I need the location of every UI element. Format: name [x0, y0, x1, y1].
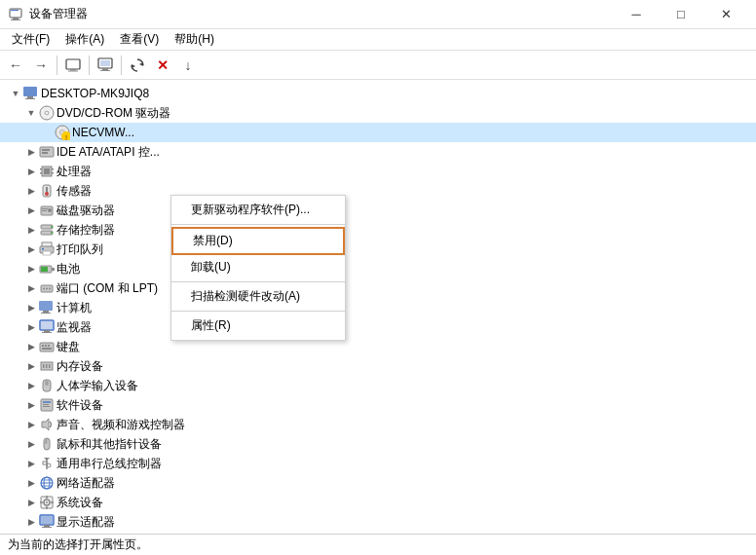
sound-toggle-icon[interactable]: ▶ [23, 417, 39, 432]
tree-battery[interactable]: ▶ 电池 [0, 259, 756, 278]
mouse-label: 鼠标和其他指针设备 [57, 436, 166, 453]
status-bar: 为当前的选择打开属性页。 [0, 534, 756, 555]
svg-rect-54 [39, 301, 53, 311]
tree-mouse[interactable]: ▶ 鼠标和其他指针设备 [0, 434, 756, 454]
delete-button[interactable]: ✕ [151, 54, 174, 77]
svg-point-18 [46, 112, 48, 114]
svg-rect-2 [11, 19, 20, 20]
maximize-button[interactable]: □ [659, 0, 703, 29]
tree-keyboard[interactable]: ▶ 键盘 [0, 337, 756, 356]
monitor-button[interactable] [94, 54, 117, 77]
storage-toggle-icon[interactable]: ▶ [23, 222, 39, 238]
tree-storage[interactable]: ▶ 存储控制器 [0, 220, 756, 240]
svg-rect-46 [42, 248, 44, 250]
battery-label: 电池 [57, 261, 84, 278]
svg-rect-15 [25, 98, 35, 99]
svg-rect-56 [41, 313, 51, 314]
dvd-toggle-icon[interactable]: ▼ [23, 105, 39, 121]
mouse-toggle-icon[interactable]: ▶ [23, 436, 39, 452]
sensor-label: 传感器 [57, 183, 95, 200]
print-toggle-icon[interactable]: ▶ [23, 241, 39, 257]
svg-rect-10 [100, 60, 110, 66]
toolbar-sep-2 [89, 56, 90, 75]
tree-root[interactable]: ▼ DESKTOP-MK9JIQ8 [0, 84, 756, 103]
ctx-uninstall[interactable]: 卸载(U) [171, 255, 345, 279]
svg-rect-8 [102, 68, 108, 70]
svg-rect-96 [42, 527, 52, 528]
tree-ide[interactable]: ▶ IDE ATA/ATAPI 控... [0, 142, 756, 162]
display-toggle-icon[interactable]: ▶ [23, 514, 39, 530]
port-toggle-icon[interactable]: ▶ [23, 280, 39, 296]
refresh-button[interactable] [126, 54, 149, 77]
tree-dvd-category[interactable]: ▼ DVD/CD-ROM 驱动器 [0, 103, 756, 123]
hid-label: 人体学输入设备 [57, 378, 142, 394]
monitor-toggle-icon[interactable]: ▶ [23, 319, 39, 335]
menu-file[interactable]: 文件(F) [4, 29, 57, 50]
svg-point-36 [48, 208, 52, 212]
download-button[interactable]: ↓ [176, 54, 200, 77]
tree-monitor[interactable]: ▶ 监视器 [0, 317, 756, 337]
menu-view[interactable]: 查看(V) [112, 29, 167, 50]
ide-toggle-icon[interactable]: ▶ [23, 144, 39, 160]
svg-rect-62 [42, 345, 44, 347]
root-toggle-icon[interactable]: ▼ [8, 86, 23, 101]
battery-toggle-icon[interactable]: ▶ [23, 261, 39, 277]
tree-system[interactable]: ▶ 系统设备 [0, 493, 756, 512]
tree-disk[interactable]: ▶ 磁盘驱动器 [0, 201, 756, 220]
system-toggle-icon[interactable]: ▶ [23, 495, 39, 510]
disk-toggle-icon[interactable]: ▶ [23, 203, 39, 218]
ctx-update-driver[interactable]: 更新驱动程序软件(P)... [171, 198, 345, 222]
back-button[interactable]: ← [4, 54, 27, 77]
ctx-sep-2 [171, 281, 345, 282]
sound-icon [39, 417, 55, 432]
minimize-button[interactable]: ─ [614, 0, 659, 29]
forward-button[interactable]: → [29, 54, 53, 77]
sensor-toggle-icon[interactable]: ▶ [23, 183, 39, 199]
ctx-scan-hardware[interactable]: 扫描检测硬件改动(A) [171, 284, 345, 309]
svg-rect-68 [46, 364, 48, 368]
tree-computer[interactable]: ▶ 计算机 [0, 298, 756, 317]
tree-cpu[interactable]: ▶ 处理器 [0, 162, 756, 181]
svg-rect-3 [11, 10, 19, 11]
keyboard-toggle-icon[interactable]: ▶ [23, 339, 39, 354]
tree-network[interactable]: ▶ 网络适配器 [0, 473, 756, 493]
ctx-properties[interactable]: 属性(R) [171, 314, 345, 338]
menu-action[interactable]: 操作(A) [57, 29, 112, 50]
svg-rect-9 [100, 70, 110, 71]
tree-print[interactable]: ▶ 打印队列 [0, 240, 756, 259]
device-tree[interactable]: ▼ DESKTOP-MK9JIQ8 ▼ DVD/CD-RO [0, 80, 756, 534]
tree-necvmw[interactable]: ! NECVMW... [0, 123, 756, 142]
hid-toggle-icon[interactable]: ▶ [23, 378, 39, 393]
app-icon [8, 7, 23, 22]
status-text: 为当前的选择打开属性页。 [8, 536, 148, 553]
tree-sound[interactable]: ▶ 声音、视频和游戏控制器 [0, 415, 756, 434]
svg-text:!: ! [65, 133, 68, 140]
cpu-toggle-icon[interactable]: ▶ [23, 164, 39, 179]
computer-toggle-icon[interactable]: ▶ [23, 300, 39, 315]
software-toggle-icon[interactable]: ▶ [23, 397, 39, 413]
dvd-category-icon [39, 105, 55, 121]
usb-toggle-icon[interactable]: ▶ [23, 456, 39, 471]
tree-memory[interactable]: ▶ 内存设备 [0, 356, 756, 376]
usb-icon [39, 456, 55, 471]
tree-software[interactable]: ▶ 软件设备 [0, 395, 756, 415]
svg-marker-77 [42, 419, 49, 430]
tree-display[interactable]: ▶ 显示适配器 [0, 512, 756, 532]
tree-usb[interactable]: ▶ 通用串行总线控制器 [0, 454, 756, 473]
svg-rect-94 [41, 516, 53, 524]
svg-rect-24 [42, 149, 50, 151]
close-button[interactable]: ✕ [703, 0, 748, 29]
menu-help[interactable]: 帮助(H) [167, 29, 222, 50]
tree-sensor[interactable]: ▶ 传感器 [0, 181, 756, 201]
ctx-disable[interactable]: 禁用(D) [171, 227, 345, 255]
svg-rect-14 [27, 96, 33, 98]
computer-button[interactable] [61, 54, 85, 77]
svg-point-51 [43, 288, 45, 290]
toolbar: ← → ✕ ↓ [0, 51, 756, 80]
memory-toggle-icon[interactable]: ▶ [23, 358, 39, 374]
network-toggle-icon[interactable]: ▶ [23, 475, 39, 491]
storage-label: 存储控制器 [57, 222, 119, 239]
tree-hid[interactable]: ▶ 人体学输入设备 [0, 376, 756, 395]
tree-port[interactable]: ▶ 端口 (COM 和 LPT) [0, 278, 756, 298]
battery-icon [39, 261, 55, 277]
